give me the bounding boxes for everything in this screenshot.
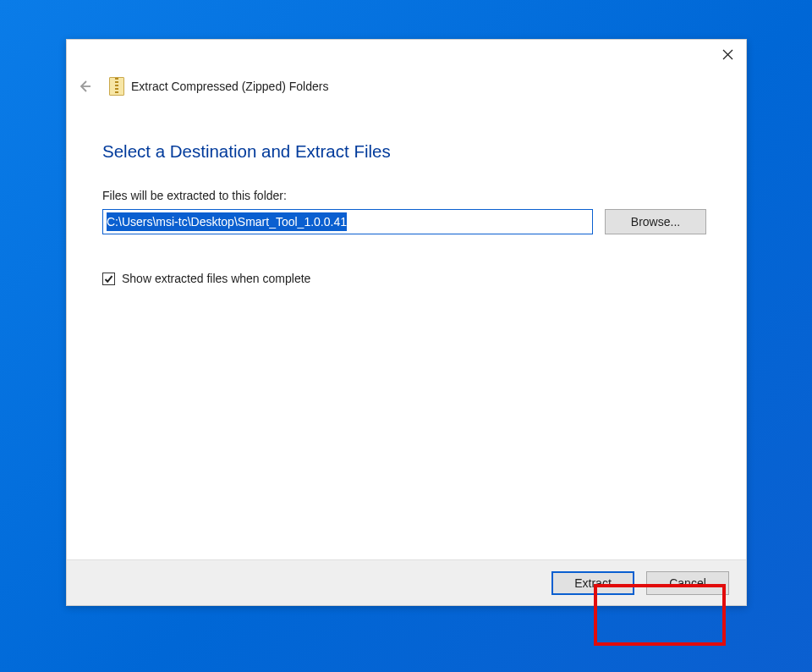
checkbox-box [102, 273, 115, 285]
close-button[interactable] [709, 40, 746, 69]
wizard-title: Extract Compressed (Zipped) Folders [131, 80, 328, 93]
back-button[interactable] [75, 77, 94, 96]
destination-input[interactable]: C:\Users\msi-tc\Desktop\Smart_Tool_1.0.0… [102, 209, 593, 234]
check-icon [104, 274, 113, 284]
destination-label: Files will be extracted to this folder: [102, 189, 709, 202]
close-icon [722, 49, 733, 60]
destination-row: C:\Users\msi-tc\Desktop\Smart_Tool_1.0.0… [102, 209, 709, 234]
browse-button[interactable]: Browse... [605, 209, 706, 234]
page-title: Select a Destination and Extract Files [102, 141, 709, 162]
zip-folder-icon [109, 77, 124, 96]
extract-wizard-dialog: Extract Compressed (Zipped) Folders Sele… [66, 39, 747, 606]
show-files-checkbox[interactable]: Show extracted files when complete [102, 272, 709, 285]
extract-button[interactable]: Extract [551, 571, 634, 595]
checkbox-label: Show extracted files when complete [122, 272, 310, 285]
wizard-header: Extract Compressed (Zipped) Folders [67, 72, 746, 99]
button-bar: Extract Cancel [67, 559, 746, 605]
titlebar [67, 40, 746, 72]
wizard-content: Select a Destination and Extract Files F… [67, 99, 746, 559]
arrow-left-icon [77, 79, 92, 94]
destination-value: C:\Users\msi-tc\Desktop\Smart_Tool_1.0.0… [107, 212, 347, 231]
cancel-button[interactable]: Cancel [646, 571, 729, 595]
